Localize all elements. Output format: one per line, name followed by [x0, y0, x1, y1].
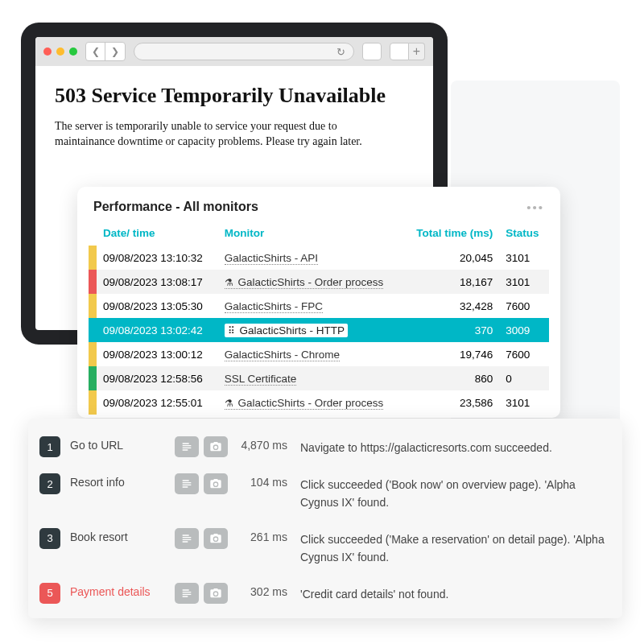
- monitor-link[interactable]: GalacticShirts - FPC: [225, 300, 323, 313]
- table-row[interactable]: 09/08/2023 12:55:01 GalacticShirts - Ord…: [89, 390, 549, 415]
- monitor-link[interactable]: GalacticShirts - Chrome: [225, 349, 340, 361]
- cell-total: 32,428: [403, 294, 500, 318]
- col-total[interactable]: Total time (ms): [403, 222, 500, 246]
- transaction-steps-card: 1Go to URL4,870 msNavigate to https://ga…: [28, 419, 622, 618]
- cell-datetime: 09/08/2023 12:55:01: [97, 390, 218, 415]
- col-datetime[interactable]: Date/ time: [97, 222, 218, 246]
- nav-buttons: ❮ ❯: [85, 42, 126, 61]
- cell-datetime: 09/08/2023 13:08:17: [97, 270, 218, 294]
- monitor-link[interactable]: GalacticShirts - API: [225, 252, 318, 265]
- grip-icon: [228, 324, 237, 336]
- back-button[interactable]: ❮: [86, 43, 105, 60]
- status-indicator: [89, 342, 97, 366]
- cell-datetime: 09/08/2023 13:02:42: [97, 318, 218, 342]
- screenshot-icon[interactable]: [204, 528, 228, 549]
- address-bar[interactable]: ↻: [134, 43, 354, 60]
- cell-datetime: 09/08/2023 12:58:56: [97, 366, 218, 390]
- cell-status: 3101: [499, 246, 549, 270]
- step-message: Click succeeded ('Make a reservation' on…: [300, 528, 608, 567]
- tab-square[interactable]: [362, 43, 382, 60]
- step-number: 3: [39, 528, 60, 549]
- log-icon[interactable]: [175, 583, 199, 604]
- table-row[interactable]: 09/08/2023 13:08:17 GalacticShirts - Ord…: [89, 270, 549, 294]
- step-message: 'Credit card details' not found.: [300, 583, 608, 603]
- log-icon[interactable]: [175, 528, 199, 549]
- table-row[interactable]: 09/08/2023 13:05:30 GalacticShirts - FPC…: [89, 294, 549, 318]
- performance-title: Performance - All monitors: [93, 200, 258, 214]
- step-name: Go to URL: [70, 436, 175, 452]
- status-indicator: [89, 294, 97, 318]
- step-number: 2: [39, 473, 60, 494]
- monitor-link[interactable]: GalacticShirts - HTTP: [225, 324, 348, 337]
- status-indicator: [89, 390, 97, 415]
- monitor-link[interactable]: SSL Certificate: [225, 373, 297, 386]
- screenshot-icon[interactable]: [204, 436, 228, 457]
- cell-status: 3009: [499, 318, 549, 342]
- status-indicator: [89, 246, 97, 270]
- cell-status: 3101: [499, 270, 549, 294]
- cell-status: 3101: [499, 390, 549, 415]
- card-menu-icon[interactable]: •••: [526, 200, 544, 214]
- maximize-icon[interactable]: [69, 47, 77, 56]
- cell-total: 860: [403, 366, 500, 390]
- step-row: 3Book resort261 msClick succeeded ('Make…: [28, 520, 622, 575]
- step-row: 1Go to URL4,870 msNavigate to https://ga…: [28, 428, 622, 465]
- step-name: Payment details: [70, 583, 175, 598]
- step-row: 5Payment details302 ms'Credit card detai…: [28, 575, 622, 612]
- cell-total: 19,746: [403, 342, 500, 366]
- table-row[interactable]: 09/08/2023 13:10:32 GalacticShirts - API…: [89, 246, 549, 270]
- new-tab-button[interactable]: +: [409, 43, 425, 60]
- flask-icon: [225, 397, 235, 409]
- step-name: Book resort: [70, 528, 175, 543]
- table-row[interactable]: 09/08/2023 13:00:12 GalacticShirts - Chr…: [89, 342, 549, 366]
- forward-button[interactable]: ❯: [105, 43, 125, 60]
- log-icon[interactable]: [175, 473, 199, 494]
- close-icon[interactable]: [43, 47, 52, 56]
- status-indicator: [89, 270, 97, 294]
- step-number: 1: [39, 436, 60, 457]
- monitor-link[interactable]: GalacticShirts - Order process: [225, 276, 384, 289]
- minimize-icon[interactable]: [56, 47, 64, 56]
- step-name: Resort info: [70, 473, 175, 489]
- step-duration: 104 ms: [236, 473, 300, 489]
- screenshot-icon[interactable]: [204, 583, 228, 604]
- step-duration: 4,870 ms: [236, 436, 300, 452]
- step-duration: 261 ms: [236, 528, 300, 543]
- cell-status: 7600: [499, 342, 549, 366]
- step-message: Click succeeded ('Book now' on overview …: [300, 473, 608, 512]
- cell-total: 370: [403, 318, 500, 342]
- col-monitor[interactable]: Monitor: [218, 222, 403, 246]
- reload-icon[interactable]: ↻: [336, 46, 345, 58]
- error-body: The server is temporarily unable to serv…: [55, 119, 393, 150]
- cell-status: 7600: [499, 294, 549, 318]
- col-status[interactable]: Status: [499, 222, 549, 246]
- flask-icon: [225, 276, 235, 288]
- screenshot-icon[interactable]: [204, 473, 228, 494]
- table-row[interactable]: 09/08/2023 13:02:42 GalacticShirts - HTT…: [89, 318, 549, 342]
- monitor-link[interactable]: GalacticShirts - Order process: [225, 397, 384, 410]
- performance-card: Performance - All monitors ••• Date/ tim…: [77, 187, 560, 418]
- cell-datetime: 09/08/2023 13:10:32: [97, 246, 218, 270]
- browser-toolbar: ❮ ❯ ↻ +: [35, 37, 433, 66]
- cell-total: 20,045: [403, 246, 500, 270]
- status-indicator: [89, 366, 97, 390]
- cell-status: 0: [499, 366, 549, 390]
- cell-datetime: 09/08/2023 13:05:30: [97, 294, 218, 318]
- log-icon[interactable]: [175, 436, 199, 457]
- performance-table: Date/ time Monitor Total time (ms) Statu…: [89, 222, 549, 415]
- step-duration: 302 ms: [236, 583, 300, 598]
- window-controls[interactable]: [43, 47, 77, 56]
- step-number: 5: [39, 583, 60, 604]
- tab-square[interactable]: [390, 43, 409, 60]
- cell-datetime: 09/08/2023 13:00:12: [97, 342, 218, 366]
- cell-total: 23,586: [403, 390, 500, 415]
- table-row[interactable]: 09/08/2023 12:58:56 SSL Certificate8600: [89, 366, 549, 390]
- error-heading: 503 Service Temporarily Unavailable: [55, 84, 414, 108]
- step-message: Navigate to https://galacticresorts.com …: [300, 436, 608, 456]
- cell-total: 18,167: [403, 270, 500, 294]
- error-page: 503 Service Temporarily Unavailable The …: [35, 66, 433, 167]
- step-row: 2Resort info104 msClick succeeded ('Book…: [28, 465, 622, 520]
